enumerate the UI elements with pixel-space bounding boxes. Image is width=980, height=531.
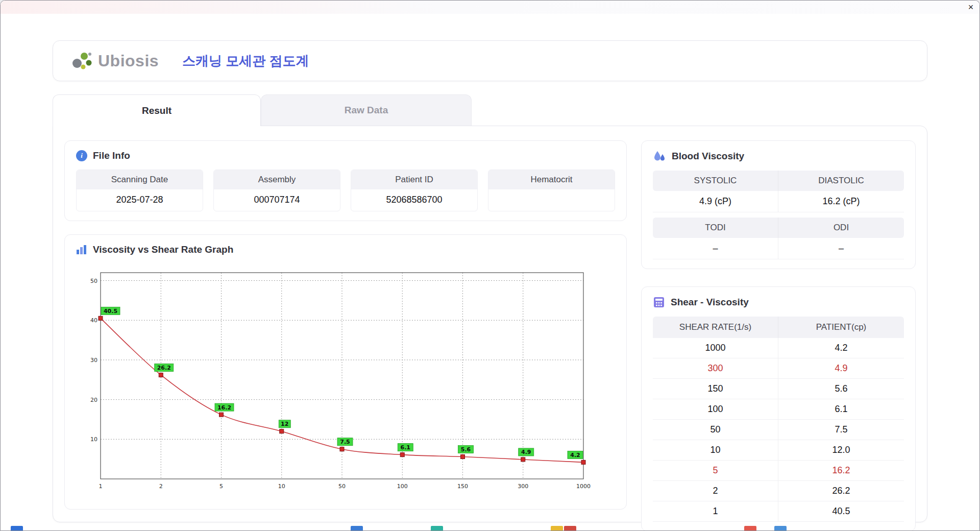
table-row: 5 16.2 [653, 461, 904, 481]
table-row: 100 6.1 [653, 399, 904, 420]
app-window: × Ubiosis 스캐닝 모세관 점도계 Result Raw Data [0, 0, 980, 531]
shear-rate-cell: 2 [653, 481, 778, 501]
page: Ubiosis 스캐닝 모세관 점도계 Result Raw Data i Fi… [53, 40, 927, 522]
shear-viscosity-panel: Shear - Viscosity SHEAR RATE(1/s) PATIEN… [641, 286, 916, 531]
shear-rate-cell: 10 [653, 440, 778, 460]
table-row: 300 4.9 [653, 358, 904, 379]
svg-text:4.2: 4.2 [570, 452, 580, 458]
column-header-patient: PATIENT(cp) [778, 317, 904, 338]
shear-rate-cell: 1000 [653, 338, 778, 358]
taskbar-app-icon[interactable] [11, 526, 23, 530]
todi-value: – [653, 238, 778, 259]
field-scanning-date: Scanning Date 2025-07-28 [76, 170, 203, 211]
field-label: Assembly [214, 170, 340, 189]
shear-viscosity-title-row: Shear - Viscosity [653, 296, 904, 308]
field-value: 52068586700 [351, 189, 477, 211]
patient-cell: 12.0 [778, 440, 904, 460]
svg-text:10: 10 [90, 436, 97, 443]
odi-value: – [778, 238, 904, 259]
taskbar-app-icon[interactable] [774, 526, 787, 530]
shear-rate-cell: 100 [653, 399, 778, 419]
taskbar-app-icon[interactable] [431, 526, 443, 530]
field-label: Hematocrit [488, 170, 615, 189]
tab-raw-data[interactable]: Raw Data [261, 94, 472, 126]
svg-text:4.9: 4.9 [521, 449, 531, 455]
table-row: 1000 4.2 [653, 338, 904, 358]
tab-result[interactable]: Result [53, 94, 261, 126]
file-info-title-row: i File Info [76, 150, 615, 161]
titlebar: × [1, 1, 979, 14]
table-row: 1 40.5 [653, 501, 904, 522]
blood-viscosity-panel: Blood Viscosity SYSTOLIC DIASTOLIC 4.9 (… [641, 140, 916, 269]
shear-table-body: 1000 4.2 300 4.9 150 5.6 100 [653, 338, 904, 522]
table-row: 50 7.5 [653, 420, 904, 440]
systolic-label: SYSTOLIC [653, 171, 778, 191]
calculator-icon [653, 296, 665, 308]
shear-rate-cell: 150 [653, 379, 778, 399]
taskbar-app-icon[interactable] [551, 526, 563, 530]
tab-bar: Result Raw Data [53, 94, 927, 126]
svg-text:5: 5 [219, 483, 223, 490]
odi-label: ODI [778, 218, 904, 238]
file-info-panel: i File Info Scanning Date 2025-07-28 Ass… [64, 140, 627, 221]
svg-text:7.5: 7.5 [340, 439, 350, 445]
shear-table-header: SHEAR RATE(1/s) PATIENT(cp) [653, 317, 904, 338]
svg-text:30: 30 [90, 357, 97, 364]
svg-text:150: 150 [457, 483, 468, 490]
close-icon[interactable]: × [962, 1, 979, 13]
blood-viscosity-row-2: TODI ODI – – [653, 218, 904, 259]
patient-cell: 4.2 [778, 338, 904, 358]
graph-title-row: Viscosity vs Shear Rate Graph [76, 244, 615, 255]
right-column: Blood Viscosity SYSTOLIC DIASTOLIC 4.9 (… [641, 140, 916, 510]
shear-rate-cell: 5 [653, 461, 778, 480]
viscosity-chart: 10203040501251050100150300100040.526.216… [82, 263, 593, 494]
taskbar-app-icon[interactable] [351, 526, 363, 530]
taskbar[interactable] [1, 526, 979, 530]
header-card: Ubiosis 스캐닝 모세관 점도계 [53, 40, 927, 81]
diastolic-value: 16.2 (cP) [778, 191, 904, 212]
svg-text:12: 12 [281, 421, 288, 427]
svg-text:6.1: 6.1 [401, 444, 411, 451]
logo-dots-icon [70, 50, 94, 71]
shear-rate-cell: 50 [653, 420, 778, 440]
shear-rate-cell: 300 [653, 358, 778, 378]
svg-text:50: 50 [90, 278, 97, 284]
patient-cell: 6.1 [778, 399, 904, 419]
todi-label: TODI [653, 218, 778, 238]
file-info-fields: Scanning Date 2025-07-28 Assembly 000707… [76, 170, 615, 211]
left-column: i File Info Scanning Date 2025-07-28 Ass… [64, 140, 627, 510]
shear-viscosity-title: Shear - Viscosity [671, 297, 749, 308]
table-row: 2 26.2 [653, 481, 904, 501]
patient-cell: 7.5 [778, 420, 904, 440]
blood-viscosity-row-1: SYSTOLIC DIASTOLIC 4.9 (cP) 16.2 (cP) [653, 171, 904, 212]
svg-text:100: 100 [397, 483, 408, 490]
patient-cell: 16.2 [778, 461, 904, 480]
svg-text:2: 2 [159, 483, 163, 490]
taskbar-app-icon[interactable] [564, 526, 576, 530]
field-value: 000707174 [214, 189, 340, 211]
graph-panel: Viscosity vs Shear Rate Graph 1020304050… [64, 234, 627, 510]
graph-title: Viscosity vs Shear Rate Graph [93, 244, 233, 255]
field-label: Scanning Date [77, 170, 203, 189]
field-value [488, 189, 615, 211]
svg-text:26.2: 26.2 [157, 365, 171, 371]
blood-viscosity-title-row: Blood Viscosity [653, 150, 904, 162]
field-hematocrit: Hematocrit [488, 170, 615, 211]
taskbar-app-icon[interactable] [744, 526, 756, 530]
ubiosis-logo: Ubiosis [70, 50, 159, 71]
svg-text:10: 10 [278, 483, 285, 490]
result-content: i File Info Scanning Date 2025-07-28 Ass… [53, 126, 927, 522]
svg-text:1000: 1000 [576, 483, 591, 490]
brand-name: Ubiosis [98, 52, 159, 70]
svg-text:5.6: 5.6 [461, 446, 471, 453]
svg-text:40.5: 40.5 [104, 308, 117, 315]
patient-cell: 26.2 [778, 481, 904, 501]
table-row: 150 5.6 [653, 379, 904, 399]
diastolic-label: DIASTOLIC [778, 171, 904, 191]
page-title: 스캐닝 모세관 점도계 [182, 52, 309, 70]
shear-rate-cell: 1 [653, 501, 778, 521]
info-icon: i [76, 150, 87, 161]
bar-chart-icon [76, 245, 87, 255]
systolic-value: 4.9 (cP) [653, 191, 778, 212]
field-label: Patient ID [351, 170, 477, 189]
